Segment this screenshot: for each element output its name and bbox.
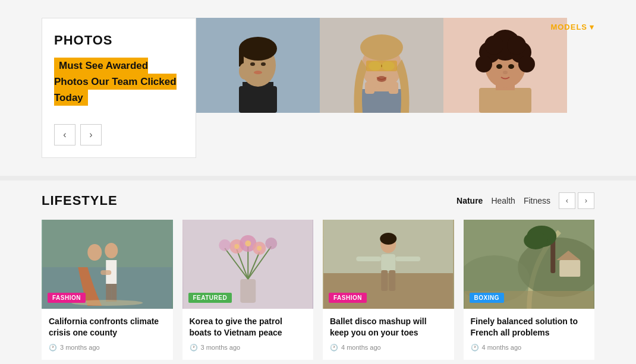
svg-point-18 <box>382 61 395 71</box>
lifestyle-section: LIFESTYLE Nature Health Fitness ‹ › <box>0 181 636 364</box>
svg-point-17 <box>369 61 382 71</box>
lifestyle-header: LIFESTYLE Nature Health Fitness ‹ › <box>42 192 594 209</box>
article-meta-3: 🕐 4 months ago <box>330 344 447 352</box>
article-tag-2: FEATURED <box>188 293 232 303</box>
article-img-2: FEATURED <box>182 220 314 309</box>
svg-rect-47 <box>240 279 256 303</box>
svg-point-33 <box>507 36 526 55</box>
photos-section: MODELS ▾ PHOTOS Must See Awarded Photos … <box>0 0 636 176</box>
svg-rect-77 <box>559 260 580 277</box>
svg-rect-21 <box>365 82 374 94</box>
photos-headline-wrap: Must See Awarded Photos Our Team Clicked… <box>54 58 184 106</box>
svg-rect-19 <box>381 65 382 67</box>
svg-rect-12 <box>358 89 405 113</box>
svg-rect-68 <box>381 270 388 291</box>
lifestyle-next-button[interactable]: › <box>578 192 594 209</box>
svg-point-36 <box>503 71 508 74</box>
svg-point-60 <box>257 246 262 251</box>
photos-title: PHOTOS <box>54 33 184 48</box>
article-title-1: California confronts climate crisis one … <box>49 316 166 339</box>
models-link[interactable]: MODELS ▾ <box>550 23 594 31</box>
svg-point-8 <box>250 62 255 66</box>
article-body-3: Ballet disco mashup will keep you on you… <box>323 309 454 360</box>
article-title-4: Finely balanced solution to French all p… <box>471 316 588 339</box>
svg-point-40 <box>105 243 118 258</box>
clock-icon-4: 🕐 <box>471 344 479 352</box>
svg-point-70 <box>380 233 396 245</box>
article-meta-2: 🕐 3 months ago <box>190 344 307 352</box>
svg-point-31 <box>518 56 535 72</box>
nav-fitness[interactable]: Fitness <box>524 196 550 205</box>
svg-point-5 <box>239 37 277 61</box>
svg-rect-65 <box>381 254 395 271</box>
article-card-2[interactable]: FEATURED Korea to give the patrol boats … <box>182 220 314 360</box>
article-tag-1: FASHION <box>48 293 86 303</box>
photo-image-1[interactable] <box>196 18 320 113</box>
article-body-4: Finely balanced solution to French all p… <box>464 309 595 360</box>
article-title-3: Ballet disco mashup will keep you on you… <box>330 316 447 339</box>
svg-point-15 <box>360 34 403 61</box>
lifestyle-nav-arrows: ‹ › <box>559 192 594 209</box>
articles-grid: FASHION California confronts climate cri… <box>42 220 594 360</box>
photo-image-3[interactable] <box>443 18 567 113</box>
clock-icon-1: 🕐 <box>49 344 57 352</box>
section-divider <box>0 176 636 181</box>
svg-rect-66 <box>356 257 381 261</box>
article-time-1: 3 months ago <box>60 344 100 351</box>
models-label: MODELS <box>550 23 587 31</box>
svg-point-35 <box>508 64 514 69</box>
svg-point-57 <box>219 239 231 251</box>
nav-nature[interactable]: Nature <box>456 196 483 205</box>
article-body-1: California confronts climate crisis one … <box>42 309 173 360</box>
svg-point-7 <box>239 63 251 80</box>
article-img-1: FASHION <box>42 220 173 309</box>
article-time-4: 4 months ago <box>482 344 522 351</box>
svg-rect-67 <box>395 257 420 261</box>
article-card-3[interactable]: FASHION Ballet disco mashup will keep yo… <box>323 220 454 360</box>
article-meta-4: 🕐 4 months ago <box>471 344 588 352</box>
svg-point-34 <box>496 64 502 69</box>
article-time-3: 4 months ago <box>341 344 381 351</box>
article-title-2: Korea to give the patrol boats to Vietna… <box>190 316 307 339</box>
photo-prev-button[interactable]: ‹ <box>54 124 75 145</box>
clock-icon-2: 🕐 <box>190 344 198 352</box>
photo-next-button[interactable]: › <box>80 124 102 145</box>
svg-rect-62 <box>323 273 453 309</box>
photo-image-2[interactable] <box>320 18 443 113</box>
photos-images <box>196 18 594 158</box>
article-img-4: BOXING <box>464 220 595 309</box>
article-img-3: FASHION <box>323 220 454 309</box>
svg-point-9 <box>261 62 266 66</box>
svg-point-32 <box>484 36 503 55</box>
svg-rect-43 <box>111 284 117 302</box>
nav-health[interactable]: Health <box>491 196 515 205</box>
photos-card: PHOTOS Must See Awarded Photos Our Team … <box>42 18 196 158</box>
svg-rect-69 <box>389 270 395 291</box>
svg-point-56 <box>265 238 277 249</box>
chevron-down-icon: ▾ <box>590 23 594 31</box>
svg-rect-44 <box>100 270 111 275</box>
article-tag-4: BOXING <box>470 293 504 303</box>
lifestyle-prev-button[interactable]: ‹ <box>559 192 575 209</box>
svg-point-20 <box>377 76 386 82</box>
svg-point-39 <box>87 244 102 261</box>
svg-rect-24 <box>479 88 531 113</box>
article-tag-3: FASHION <box>329 293 367 303</box>
lifestyle-title: LIFESTYLE <box>42 193 118 208</box>
clock-icon-3: 🕐 <box>330 344 338 352</box>
svg-point-59 <box>245 240 251 246</box>
article-card-1[interactable]: FASHION California confronts climate cri… <box>42 220 173 360</box>
photos-headline: Must See Awarded Photos Our Team Clicked… <box>54 58 177 106</box>
svg-point-76 <box>524 232 547 249</box>
svg-point-30 <box>476 56 492 72</box>
svg-point-58 <box>234 244 239 249</box>
lifestyle-nav: Nature Health Fitness ‹ › <box>456 192 594 209</box>
article-body-2: Korea to give the patrol boats to Vietna… <box>182 309 314 360</box>
svg-rect-22 <box>389 82 398 94</box>
svg-rect-42 <box>106 284 111 302</box>
article-meta-1: 🕐 3 months ago <box>49 344 166 352</box>
photo-nav-buttons: ‹ › <box>54 124 184 145</box>
svg-point-10 <box>254 71 262 74</box>
article-time-2: 3 months ago <box>201 344 241 351</box>
article-card-4[interactable]: BOXING Finely balanced solution to Frenc… <box>464 220 595 360</box>
